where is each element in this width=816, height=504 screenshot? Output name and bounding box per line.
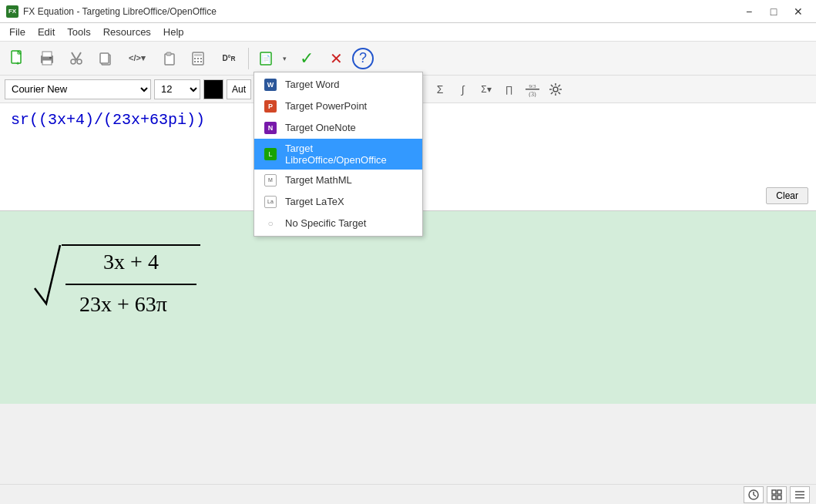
menu-help[interactable]: Help	[157, 25, 190, 39]
powerpoint-icon: P	[264, 99, 277, 113]
print-button[interactable]	[34, 45, 60, 72]
status-clock-icon[interactable]	[744, 486, 764, 503]
help-button[interactable]: ?	[352, 48, 374, 69]
preview-area: 3x + 4 23x + 63π	[0, 211, 816, 404]
auto-button[interactable]: Aut	[227, 79, 251, 99]
target-dropdown-menu: W Target Word P Target PowerPoint N Targ…	[254, 72, 423, 237]
cut-button[interactable]	[63, 45, 89, 72]
svg-rect-40	[526, 89, 539, 90]
target-button[interactable]: 📄	[254, 45, 280, 72]
math-preview: 3x + 4 23x + 63π	[31, 234, 208, 327]
svg-rect-13	[166, 52, 171, 55]
dr-button[interactable]: D°R	[214, 45, 243, 72]
dropdown-item-libreoffice[interactable]: L Target LibreOffice/OpenOffice	[254, 139, 422, 170]
no-target-icon: ○	[264, 217, 277, 230]
svg-rect-19	[194, 61, 196, 62]
mathml-icon: M	[264, 173, 277, 187]
window-title: FX Equation - Targeting LibreOffice/Open…	[23, 6, 217, 17]
math-svg: 3x + 4 23x + 63π	[31, 234, 208, 327]
minimize-button[interactable]: −	[737, 4, 761, 19]
svg-text:(3): (3)	[529, 91, 536, 97]
dropdown-item-powerpoint[interactable]: P Target PowerPoint	[254, 96, 422, 117]
main-toolbar: + </>▾ D°R 📄 ▾ W Target Word	[0, 42, 816, 76]
summation-button[interactable]: Σ▾	[476, 79, 496, 99]
svg-rect-11	[100, 53, 109, 63]
target-dropdown-arrow[interactable]: ▾	[280, 45, 290, 72]
svg-rect-21	[200, 61, 202, 62]
fraction-display-button[interactable]: 9/3(3)	[522, 79, 542, 99]
svg-point-8	[71, 59, 76, 64]
new-button[interactable]: +	[5, 45, 31, 72]
svg-text:📄: 📄	[261, 54, 271, 64]
menu-resources[interactable]: Resources	[97, 25, 157, 39]
close-button[interactable]: ✕	[787, 4, 810, 19]
svg-rect-7	[49, 57, 52, 59]
svg-rect-51	[777, 490, 781, 494]
calculator-button[interactable]	[185, 45, 211, 72]
svg-rect-50	[772, 490, 776, 494]
dropdown-label-onenote: Target OneNote	[285, 122, 356, 133]
svg-rect-20	[197, 61, 199, 62]
svg-rect-17	[197, 58, 199, 59]
dropdown-label-word: Target Word	[285, 79, 340, 90]
svg-text:+: +	[16, 60, 20, 67]
svg-rect-18	[200, 58, 202, 59]
apply-button[interactable]: ✓	[294, 45, 320, 72]
cancel-button[interactable]: ✕	[323, 45, 349, 72]
dropdown-item-mathml[interactable]: M Target MathML	[254, 170, 422, 191]
copy-button[interactable]	[92, 45, 119, 72]
clear-button[interactable]: Clear	[766, 187, 808, 204]
equation-text[interactable]: sr((3x+4)/(23x+63pi))	[11, 111, 205, 129]
dropdown-label-powerpoint: Target PowerPoint	[285, 100, 367, 112]
status-grid-icon[interactable]	[767, 486, 787, 503]
paste-special-button[interactable]: </>▾	[122, 45, 153, 72]
svg-rect-6	[42, 60, 52, 65]
font-select[interactable]: Courier New	[5, 79, 151, 99]
maximize-button[interactable]: □	[762, 4, 785, 19]
latex-icon: La	[264, 195, 277, 209]
menu-file[interactable]: File	[3, 25, 32, 39]
window-controls: − □ ✕	[737, 4, 810, 19]
dropdown-item-latex[interactable]: La Target LaTeX	[254, 191, 422, 213]
svg-text:9/3: 9/3	[529, 83, 536, 89]
app-icon: FX	[6, 5, 18, 18]
product-button[interactable]: ∏	[499, 79, 519, 99]
menu-tools[interactable]: Tools	[61, 25, 96, 39]
settings-button[interactable]	[546, 79, 566, 99]
dropdown-label-latex: Target LaTeX	[285, 196, 344, 207]
svg-text:3x + 4: 3x + 4	[103, 250, 159, 274]
svg-text:23x + 63π: 23x + 63π	[79, 292, 167, 316]
svg-line-49	[754, 495, 756, 496]
color-picker[interactable]	[203, 79, 223, 99]
svg-rect-53	[777, 496, 781, 499]
status-bar	[0, 484, 816, 504]
word-icon: W	[264, 78, 277, 92]
title-bar: FX FX Equation - Targeting LibreOffice/O…	[0, 0, 816, 23]
libreoffice-icon: L	[264, 147, 277, 161]
size-select[interactable]: 12	[154, 79, 200, 99]
dropdown-item-word[interactable]: W Target Word	[254, 74, 422, 96]
separator-1	[248, 48, 249, 69]
onenote-icon: N	[264, 121, 277, 135]
dropdown-item-onenote[interactable]: N Target OneNote	[254, 117, 422, 139]
svg-rect-16	[194, 58, 196, 59]
svg-point-9	[77, 59, 82, 64]
svg-rect-5	[42, 52, 52, 57]
dropdown-label-mathml: Target MathML	[285, 174, 352, 186]
dropdown-label-libreoffice: Target LibreOffice/OpenOffice	[285, 143, 413, 166]
target-button-wrap: 📄 ▾ W Target Word P Target PowerPoint N …	[254, 45, 290, 72]
status-menu-icon[interactable]	[790, 486, 810, 503]
paste-button[interactable]	[156, 45, 182, 72]
sigma-button[interactable]: Σ	[430, 79, 450, 99]
svg-rect-52	[772, 496, 776, 499]
dropdown-label-no-target: No Specific Target	[285, 217, 366, 229]
menu-bar: File Edit Tools Resources Help	[0, 23, 816, 42]
menu-edit[interactable]: Edit	[32, 25, 61, 39]
dropdown-item-no-target[interactable]: ○ No Specific Target	[254, 213, 422, 234]
title-bar-left: FX FX Equation - Targeting LibreOffice/O…	[6, 5, 217, 18]
integral-button[interactable]: ∫	[453, 79, 473, 99]
svg-point-42	[553, 87, 558, 92]
svg-rect-15	[194, 54, 202, 56]
